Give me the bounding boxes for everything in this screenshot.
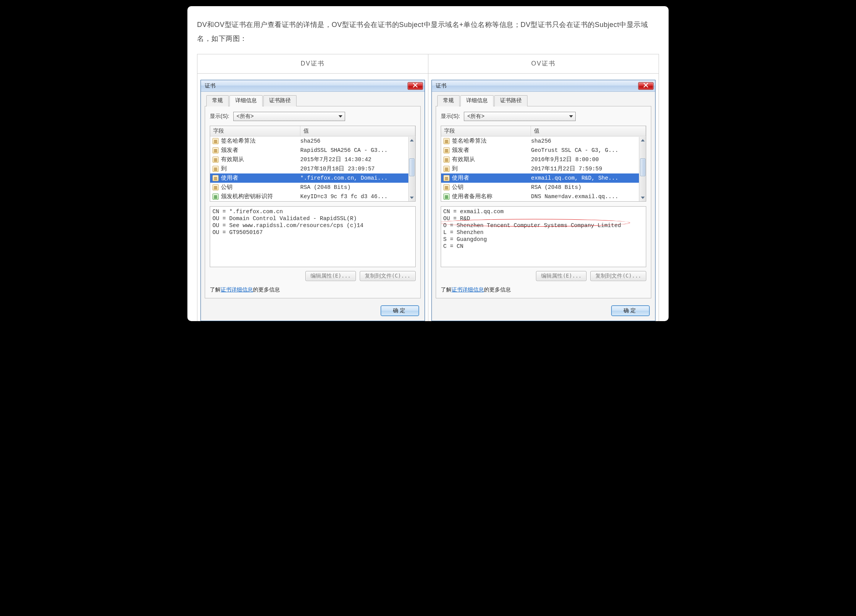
field-row[interactable]: 使用者exmail.qq.com, R&D, She...: [441, 173, 646, 183]
tab-strip: 常规详细信息证书路径: [436, 95, 652, 106]
extension-icon: [443, 194, 450, 200]
subject-text: CN = exmail.qq.com OU = R&D O = Shenzhen…: [443, 209, 621, 249]
scroll-down-icon[interactable]: [409, 195, 415, 200]
tab-panel-details: 显示(S):<所有>字段值签名哈希算法sha256颁发者RapidSSL SHA…: [205, 106, 421, 298]
text: 了解: [210, 286, 221, 293]
scroll-down-icon[interactable]: [640, 195, 645, 200]
field-row[interactable]: 颁发者RapidSSL SHA256 CA - G3...: [210, 146, 415, 155]
action-row: 编辑属性(E)...复制到文件(C)...: [441, 271, 647, 281]
field-value: exmail.qq.com, R&D, She...: [531, 174, 646, 182]
cell-ov: 证书常规详细信息证书路径显示(S):<所有>字段值签名哈希算法sha256颁发者…: [428, 74, 659, 321]
field-value: KeyID=c3 9c f3 fc d3 46...: [300, 192, 415, 201]
field-row[interactable]: 颁发机构密钥标识符KeyID=c3 9c f3 fc d3 46...: [210, 192, 415, 201]
chevron-down-icon: [339, 115, 342, 118]
scroll-up-icon[interactable]: [409, 138, 415, 143]
chevron-down-icon: [569, 115, 573, 118]
close-button[interactable]: [638, 82, 654, 90]
field-list-header: 字段值: [210, 126, 415, 136]
titlebar: 证书: [201, 80, 425, 92]
field-value: sha256: [531, 137, 646, 145]
tab-path[interactable]: 证书路径: [263, 95, 297, 106]
field-name: 颁发者: [452, 146, 469, 155]
certificate-field-icon: [212, 175, 219, 181]
close-icon: [644, 83, 648, 89]
learn-more-line: 了解证书详细信息的更多信息: [210, 286, 416, 293]
text: 了解: [441, 286, 452, 293]
extension-icon: [212, 194, 219, 200]
certificate-field-icon: [212, 184, 219, 190]
scrollbar[interactable]: [408, 137, 415, 201]
show-row: 显示(S):<所有>: [441, 112, 647, 121]
learn-more-link[interactable]: 证书详细信息: [221, 286, 253, 293]
col-header-field[interactable]: 字段: [441, 126, 531, 136]
tab-path[interactable]: 证书路径: [494, 95, 527, 106]
close-icon: [413, 83, 418, 89]
certificate-field-icon: [443, 166, 450, 172]
tab-general[interactable]: 常规: [437, 95, 460, 106]
field-row[interactable]: 到2017年10月18日 23:09:57: [210, 164, 415, 173]
col-header-field[interactable]: 字段: [210, 126, 300, 136]
field-value: 2017年10月18日 23:09:57: [300, 165, 415, 173]
tab-details[interactable]: 详细信息: [460, 95, 494, 106]
field-row[interactable]: 公钥RSA (2048 Bits): [441, 183, 646, 192]
field-name: 使用者: [452, 174, 469, 182]
field-row[interactable]: 签名哈希算法sha256: [441, 136, 646, 146]
field-name: 公钥: [452, 183, 463, 192]
field-row[interactable]: 颁发者GeoTrust SSL CA - G3, G...: [441, 146, 646, 155]
field-row[interactable]: 签名哈希算法sha256: [210, 136, 415, 146]
field-value: 2015年7月22日 14:30:42: [300, 155, 415, 164]
field-name: 颁发者: [221, 146, 238, 155]
field-value: GeoTrust SSL CA - G3, G...: [531, 146, 646, 155]
field-value: 2016年9月12日 8:00:00: [531, 155, 646, 164]
tab-general[interactable]: 常规: [206, 95, 229, 106]
field-list: 字段值签名哈希算法sha256颁发者GeoTrust SSL CA - G3, …: [441, 126, 647, 202]
certificate-field-icon: [443, 147, 450, 153]
titlebar: 证书: [432, 80, 655, 92]
comparison-table: DV证书 OV证书 证书常规详细信息证书路径显示(S):<所有>字段值签名哈希算…: [197, 54, 659, 321]
field-row[interactable]: 使用者*.firefox.com.cn, Domai...: [210, 173, 415, 183]
field-row[interactable]: 有效期从2015年7月22日 14:30:42: [210, 155, 415, 164]
ok-button[interactable]: 确定: [381, 305, 419, 316]
subject-detail[interactable]: CN = *.firefox.com.cn OU = Domain Contro…: [210, 206, 416, 267]
header-dv: DV证书: [197, 54, 428, 74]
edit-properties-button[interactable]: 编辑属性(E)...: [305, 271, 356, 281]
certificate-field-icon: [443, 184, 450, 190]
field-row[interactable]: 到2017年11月22日 7:59:59: [441, 164, 646, 173]
document-sheet: DV和OV型证书在用户查看证书的详情是，OV型证书会在证书的Subject中显示…: [187, 6, 669, 321]
field-name: 公钥: [221, 183, 233, 192]
field-row[interactable]: 公钥RSA (2048 Bits): [210, 183, 415, 192]
field-list: 字段值签名哈希算法sha256颁发者RapidSSL SHA256 CA - G…: [210, 126, 416, 202]
ok-button[interactable]: 确定: [611, 305, 650, 316]
field-row[interactable]: 有效期从2016年9月12日 8:00:00: [441, 155, 646, 164]
scroll-thumb[interactable]: [640, 158, 645, 176]
close-button[interactable]: [408, 82, 423, 90]
learn-more-link[interactable]: 证书详细信息: [452, 286, 484, 293]
copy-to-file-button[interactable]: 复制到文件(C)...: [590, 271, 646, 281]
certificate-field-icon: [443, 175, 450, 181]
field-name: 使用者备用名称: [452, 192, 492, 201]
edit-properties-button[interactable]: 编辑属性(E)...: [536, 271, 586, 281]
cert-dialog-dv: 证书常规详细信息证书路径显示(S):<所有>字段值签名哈希算法sha256颁发者…: [201, 80, 425, 321]
scroll-up-icon[interactable]: [640, 138, 645, 143]
col-header-value[interactable]: 值: [300, 126, 415, 136]
show-label: 显示(S):: [210, 113, 229, 120]
text: 的更多信息: [253, 286, 280, 293]
tab-details[interactable]: 详细信息: [229, 95, 263, 106]
col-header-value[interactable]: 值: [531, 126, 646, 136]
certificate-field-icon: [212, 166, 219, 172]
show-dropdown[interactable]: <所有>: [464, 112, 576, 121]
field-value: *.firefox.com.cn, Domai...: [300, 174, 415, 182]
ok-row: 确定: [436, 305, 652, 316]
field-value: DNS Name=dav.exmail.qq....: [531, 192, 646, 201]
show-dropdown[interactable]: <所有>: [233, 112, 345, 121]
field-row[interactable]: 使用者备用名称DNS Name=dav.exmail.qq....: [441, 192, 646, 201]
subject-detail[interactable]: CN = exmail.qq.com OU = R&D O = Shenzhen…: [441, 206, 647, 267]
field-name: 到: [452, 165, 458, 173]
dropdown-value: <所有>: [237, 113, 254, 120]
window-title: 证书: [205, 82, 216, 89]
field-list-header: 字段值: [441, 126, 646, 136]
scroll-thumb[interactable]: [409, 158, 415, 176]
action-row: 编辑属性(E)...复制到文件(C)...: [210, 271, 416, 281]
scrollbar[interactable]: [639, 137, 646, 201]
copy-to-file-button[interactable]: 复制到文件(C)...: [360, 271, 416, 281]
